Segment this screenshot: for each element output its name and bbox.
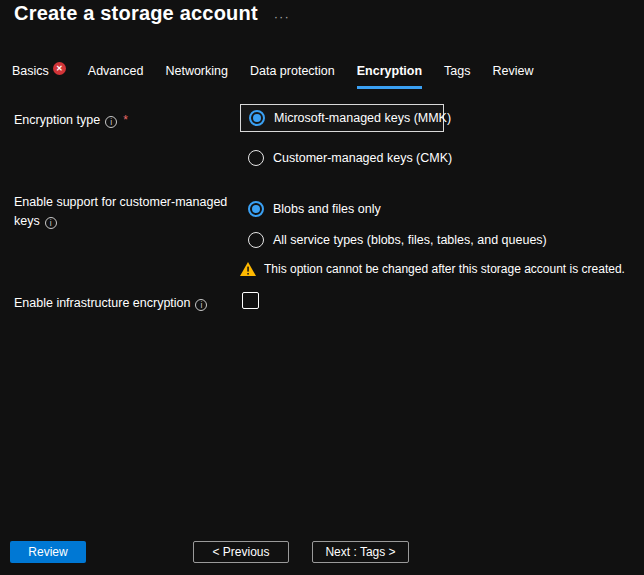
- tab-networking[interactable]: Networking: [165, 58, 228, 89]
- next-tags-button[interactable]: Next : Tags >: [312, 541, 409, 563]
- warning-icon: [240, 262, 256, 276]
- required-marker: *: [123, 113, 128, 127]
- infrastructure-encryption-checkbox[interactable]: [242, 292, 259, 309]
- info-icon[interactable]: i: [45, 217, 57, 229]
- encryption-type-option-mmk[interactable]: Microsoft-managed keys (MMK): [240, 104, 444, 132]
- radio-unselected-icon: [248, 150, 264, 166]
- more-icon[interactable]: ···: [274, 4, 290, 24]
- radio-label: Microsoft-managed keys (MMK): [274, 111, 451, 125]
- radio-selected-icon: [249, 110, 265, 126]
- info-icon[interactable]: i: [195, 299, 207, 311]
- tab-review[interactable]: Review: [492, 58, 533, 89]
- cmk-support-option-blobs-files[interactable]: Blobs and files only: [248, 201, 381, 217]
- tab-data-protection[interactable]: Data protection: [250, 58, 335, 89]
- previous-button[interactable]: < Previous: [193, 541, 289, 563]
- cmk-support-option-all-services[interactable]: All service types (blobs, files, tables,…: [248, 232, 547, 248]
- tab-basics[interactable]: Basics✕: [12, 58, 66, 89]
- radio-label: All service types (blobs, files, tables,…: [273, 233, 547, 247]
- wizard-tabs: Basics✕ Advanced Networking Data protect…: [12, 58, 533, 89]
- radio-label: Customer-managed keys (CMK): [273, 151, 452, 165]
- page-title: Create a storage account: [14, 2, 258, 25]
- error-badge-icon: ✕: [53, 62, 66, 75]
- warning-text: This option cannot be changed after this…: [264, 262, 625, 276]
- info-icon[interactable]: i: [105, 116, 117, 128]
- radio-selected-icon: [248, 201, 264, 217]
- radio-label: Blobs and files only: [273, 202, 381, 216]
- encryption-type-option-cmk[interactable]: Customer-managed keys (CMK): [248, 150, 452, 166]
- radio-unselected-icon: [248, 232, 264, 248]
- review-button[interactable]: Review: [10, 541, 86, 563]
- infrastructure-encryption-label: Enable infrastructure encryptioni: [14, 294, 232, 313]
- cmk-support-label: Enable support for customer-managed keys…: [14, 193, 232, 231]
- warning-message: This option cannot be changed after this…: [240, 262, 625, 276]
- tab-tags[interactable]: Tags: [444, 58, 470, 89]
- tab-advanced[interactable]: Advanced: [88, 58, 144, 89]
- tab-encryption[interactable]: Encryption: [357, 58, 422, 89]
- encryption-type-label: Encryption typei*: [14, 111, 232, 130]
- header: Create a storage account ···: [14, 2, 290, 25]
